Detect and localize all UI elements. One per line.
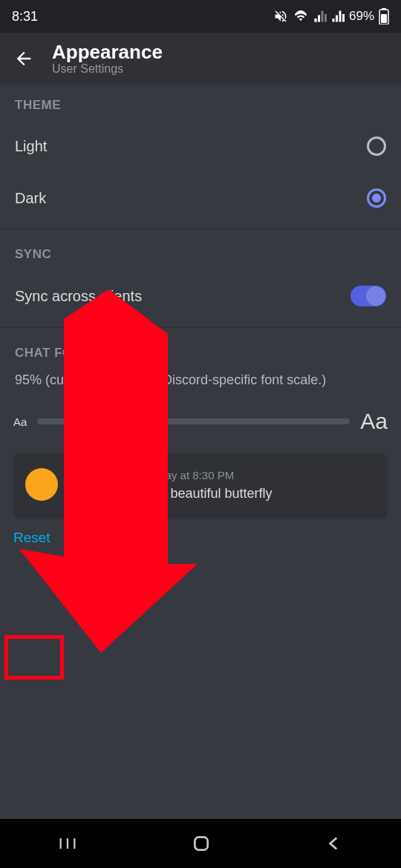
message-username: moinzisun [68, 467, 138, 482]
signal-icon-2 [331, 10, 345, 23]
status-time: 8:31 [12, 9, 38, 24]
section-title-sync: SYNC [0, 234, 401, 269]
svg-rect-2 [381, 14, 387, 23]
radio-selected-icon [367, 188, 386, 208]
annotation-highlight-box [4, 635, 64, 680]
avatar [25, 468, 58, 501]
nav-recents-icon[interactable] [57, 833, 78, 854]
signal-icon-1 [313, 10, 327, 23]
status-indicators: 69% [273, 8, 389, 24]
font-preview-message: moinzisun Today at 8:30 PM Look at me I'… [13, 453, 388, 519]
mute-icon [273, 9, 288, 24]
divider [0, 327, 401, 328]
nav-home-icon[interactable] [192, 834, 211, 853]
sync-across-clients-row[interactable]: Sync across clients [0, 269, 401, 323]
theme-light-label: Light [15, 138, 47, 155]
slider-thumb-icon[interactable] [105, 411, 126, 432]
content: THEME Light Dark SYNC Sync across client… [0, 85, 401, 556]
reset-container: Reset [0, 519, 401, 556]
font-scale-slider-row: Aa Aa [0, 406, 401, 453]
theme-option-dark[interactable]: Dark [0, 172, 401, 224]
section-title-chat-font: CHAT FONT SCALING [0, 332, 401, 368]
wifi-icon [293, 10, 309, 23]
header-titles: Appearance User Settings [52, 42, 163, 76]
status-bar: 8:31 69% [0, 0, 401, 33]
nav-back-icon[interactable] [325, 834, 344, 853]
message-body: Look at me I'm a beautiful butterfly [68, 486, 273, 502]
toggle-on-icon[interactable] [351, 286, 386, 306]
section-title-theme: THEME [0, 85, 401, 120]
radio-icon [367, 137, 386, 156]
font-scale-max-label: Aa [360, 409, 388, 434]
svg-rect-7 [195, 837, 207, 849]
font-scale-slider[interactable] [37, 418, 350, 424]
message-content: moinzisun Today at 8:30 PM Look at me I'… [68, 467, 273, 502]
divider [0, 228, 401, 229]
back-arrow-icon[interactable] [13, 48, 34, 69]
theme-option-light[interactable]: Light [0, 120, 401, 172]
theme-dark-label: Dark [15, 190, 46, 207]
sync-toggle-label: Sync across clients [15, 288, 142, 305]
message-timestamp: Today at 8:30 PM [147, 469, 234, 481]
battery-icon [379, 8, 389, 24]
page-subtitle: User Settings [52, 62, 163, 76]
reset-button[interactable]: Reset [13, 530, 50, 545]
font-scale-description: 95% (currently using the Discord-specifi… [0, 368, 401, 406]
system-nav-bar [0, 819, 401, 868]
page-title: Appearance [52, 42, 163, 63]
font-scale-min-label: Aa [13, 415, 27, 428]
battery-percentage: 69% [349, 9, 374, 24]
app-header: Appearance User Settings [0, 33, 401, 85]
